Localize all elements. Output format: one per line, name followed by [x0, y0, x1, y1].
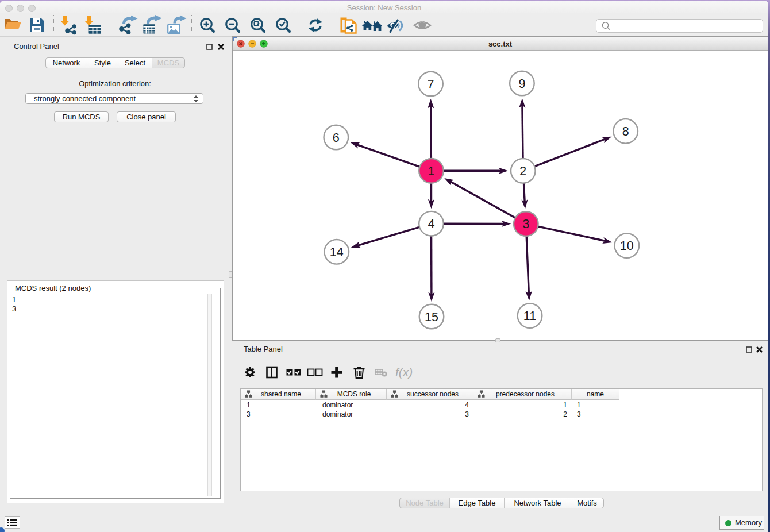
svg-text:2: 2 — [519, 164, 526, 178]
svg-text:6: 6 — [333, 131, 340, 145]
svg-text:7: 7 — [428, 78, 434, 91]
svg-text:15: 15 — [425, 310, 438, 324]
svg-text:8: 8 — [622, 125, 629, 138]
svg-text:f(x): f(x) — [395, 365, 413, 379]
svg-text:9: 9 — [518, 77, 525, 91]
svg-text:10: 10 — [620, 239, 634, 253]
svg-text:3: 3 — [522, 217, 529, 231]
svg-text:1: 1 — [428, 164, 435, 178]
svg-text:4: 4 — [428, 217, 435, 231]
svg-text:14: 14 — [330, 245, 344, 259]
svg-text:11: 11 — [523, 309, 536, 323]
